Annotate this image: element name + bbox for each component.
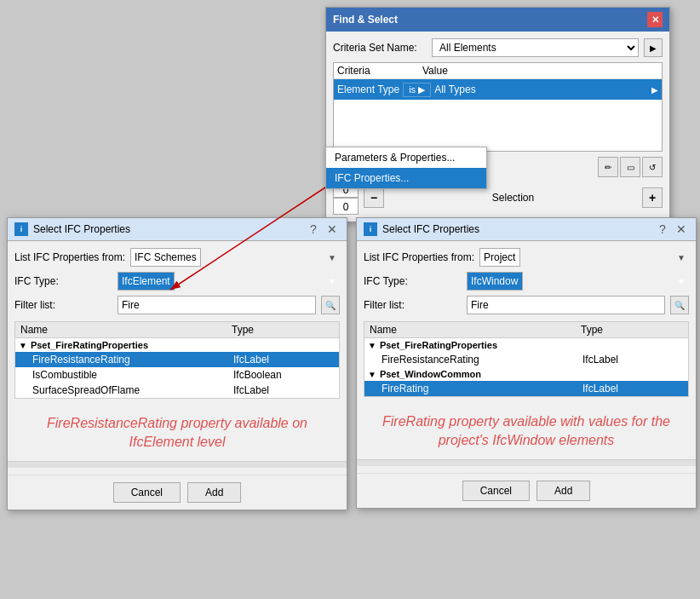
ifc-dialog-right: i Select IFC Properties ? ✕ List IFC Pro… xyxy=(356,217,697,509)
ifc-left-item1-type: IfcLabel xyxy=(233,354,336,366)
ifc-right-type-select[interactable]: IfcWindow xyxy=(467,272,523,291)
ifc-left-list-from-label: List IFC Properties from: xyxy=(14,251,125,263)
criteria-value-arrow: ▶ xyxy=(651,85,658,95)
ifc-right-prop-table: Name Type ▼ Pset_FireRatingProperties Fi… xyxy=(364,321,689,397)
ifc-left-group1-label: Pset_FireRatingProperties xyxy=(31,340,148,350)
ifc-left-body: List IFC Properties from: IFC Schemes ▼ … xyxy=(8,241,347,475)
ifc-left-item2[interactable]: IsCombustible IfcBoolean xyxy=(15,367,339,383)
ifc-left-titlebar: i Select IFC Properties ? ✕ xyxy=(8,218,347,241)
ifc-right-footer: Cancel Add xyxy=(357,473,696,508)
ifc-left-filter-row: Filter list: 🔍 xyxy=(14,296,340,314)
dropdown-item-params[interactable]: Parameters & Properties... xyxy=(326,147,486,168)
criteria-set-label: Criteria Set Name: xyxy=(333,42,427,54)
find-select-titlebar: Find & Select ✕ xyxy=(326,8,669,32)
ifc-left-filter-input[interactable] xyxy=(118,296,316,314)
ifc-left-item1-name: FireResistanceRating xyxy=(32,354,233,366)
criteria-is-btn[interactable]: is ▶ xyxy=(403,83,431,97)
ifc-right-prop-tree: ▼ Pset_FireRatingProperties FireResistan… xyxy=(364,338,688,396)
ifc-left-add-btn[interactable]: Add xyxy=(187,482,241,503)
ifc-left-prop-tree: ▼ Pset_FireRatingProperties FireResistan… xyxy=(15,338,339,398)
add-dropdown-menu: Parameters & Properties... IFC Propertie… xyxy=(325,147,487,189)
ifc-left-list-from-wrapper: IFC Schemes ▼ xyxy=(130,248,340,267)
ifc-left-title: Select IFC Properties xyxy=(33,223,130,235)
ifc-left-icon: i xyxy=(14,222,28,236)
criteria-value-all-types: All Types xyxy=(434,84,648,95)
ifc-left-close-btn[interactable]: ✕ xyxy=(324,222,340,237)
ifc-left-type-wrapper: IfcElement ▼ xyxy=(118,272,340,291)
criteria-table: Criteria Value Element Type is ▶ All Typ… xyxy=(333,62,663,152)
ifc-right-col-name: Name xyxy=(370,324,581,336)
criteria-set-next-btn[interactable]: ▶ xyxy=(644,38,663,57)
minus-btn[interactable]: − xyxy=(364,187,384,208)
ifc-right-list-from-row: List IFC Properties from: Project ▼ xyxy=(364,248,689,267)
criteria-col-header-criteria: Criteria xyxy=(337,65,422,77)
criteria-header: Criteria Value xyxy=(334,63,662,79)
ifc-left-scroll[interactable] xyxy=(8,461,347,468)
ifc-right-item1-name: FireResistanceRating xyxy=(382,354,582,366)
ifc-right-close-btn[interactable]: ✕ xyxy=(674,222,689,237)
criteria-empty-area xyxy=(334,100,662,151)
find-select-close[interactable]: ✕ xyxy=(647,12,663,27)
ifc-left-type-label: IFC Type: xyxy=(14,275,112,287)
toolbar-icons: ✏ ▭ ↺ xyxy=(598,157,663,177)
ifc-right-type-wrapper: IfcWindow ▼ xyxy=(467,272,689,291)
rect-icon-btn[interactable]: ▭ xyxy=(620,157,640,177)
ifc-left-item3[interactable]: SurfaceSpreadOfFlame IfcLabel xyxy=(15,383,339,398)
ifc-left-item2-name: IsCombustible xyxy=(32,369,233,381)
ifc-left-help-btn[interactable]: ? xyxy=(306,222,321,237)
ifc-right-item2[interactable]: FireRating IfcLabel xyxy=(364,381,688,396)
ifc-right-filter-input[interactable] xyxy=(467,296,665,314)
criteria-set-select[interactable]: All Elements xyxy=(432,38,639,57)
ifc-left-group1-icon: ▼ xyxy=(19,341,27,350)
ifc-left-group1: ▼ Pset_FireRatingProperties xyxy=(15,338,339,352)
ifc-left-list-from-row: List IFC Properties from: IFC Schemes ▼ xyxy=(14,248,340,267)
ifc-right-group2-label: Pset_WindowCommon xyxy=(380,369,481,379)
criteria-row-element-type: Element Type is ▶ All Types ▶ xyxy=(334,79,662,100)
ifc-dialog-left: i Select IFC Properties ? ✕ List IFC Pro… xyxy=(7,217,347,510)
ifc-right-group2: ▼ Pset_WindowCommon xyxy=(364,367,688,381)
plus-btn[interactable]: + xyxy=(642,187,663,208)
ifc-right-item1[interactable]: FireResistanceRating IfcLabel xyxy=(364,352,688,367)
ifc-right-type-row: IFC Type: IfcWindow ▼ xyxy=(364,272,689,291)
ifc-left-titlebar-right: ? ✕ xyxy=(306,222,340,237)
num-val-2: 0 xyxy=(333,198,359,215)
edit-icon-btn[interactable]: ✏ xyxy=(598,157,618,177)
ifc-left-type-select[interactable]: IfcElement xyxy=(118,272,175,291)
ifc-left-annotation: FireResistanceRating property available … xyxy=(14,406,340,461)
ifc-left-prop-table: Name Type ▼ Pset_FireRatingProperties Fi… xyxy=(14,321,340,399)
ifc-right-list-from-arrow: ▼ xyxy=(677,253,686,262)
ifc-left-filter-btn[interactable]: 🔍 xyxy=(321,296,340,314)
ifc-right-type-arrow: ▼ xyxy=(677,277,686,286)
dropdown-item-ifc[interactable]: IFC Properties... xyxy=(326,168,486,188)
ifc-right-list-from-select[interactable]: Project xyxy=(479,248,520,267)
ifc-left-prop-header: Name Type xyxy=(15,322,339,338)
ifc-left-titlebar-left: i Select IFC Properties xyxy=(14,222,130,236)
ifc-left-list-from-select[interactable]: IFC Schemes xyxy=(130,248,201,267)
ifc-right-type-label: IFC Type: xyxy=(364,275,462,287)
ifc-right-help-btn[interactable]: ? xyxy=(655,222,670,237)
ifc-left-cancel-btn[interactable]: Cancel xyxy=(113,482,181,503)
criteria-set-row: Criteria Set Name: All Elements ▶ xyxy=(333,38,663,57)
ifc-right-add-btn[interactable]: Add xyxy=(536,481,590,501)
refresh-icon-btn[interactable]: ↺ xyxy=(642,157,663,177)
ifc-right-titlebar-right: ? ✕ xyxy=(655,222,689,237)
ifc-left-col-name: Name xyxy=(20,324,232,336)
ifc-right-col-type: Type xyxy=(581,324,683,336)
ifc-right-item1-type: IfcLabel xyxy=(582,354,685,366)
ifc-right-cancel-btn[interactable]: Cancel xyxy=(462,481,530,501)
ifc-right-group1-label: Pset_FireRatingProperties xyxy=(380,340,497,350)
find-select-title: Find & Select xyxy=(333,14,398,26)
ifc-right-filter-label: Filter list: xyxy=(364,299,462,311)
selection-label: Selection xyxy=(389,192,637,204)
ifc-left-item3-name: SurfaceSpreadOfFlame xyxy=(32,384,233,396)
find-select-body: Criteria Set Name: All Elements ▶ Criter… xyxy=(326,32,669,222)
ifc-right-filter-btn[interactable]: 🔍 xyxy=(670,296,689,314)
ifc-right-group1-icon: ▼ xyxy=(368,341,376,350)
ifc-right-titlebar: i Select IFC Properties ? ✕ xyxy=(357,218,696,241)
ifc-right-group1: ▼ Pset_FireRatingProperties xyxy=(364,338,688,352)
ifc-right-scroll[interactable] xyxy=(357,459,696,466)
element-type-label: Element Type xyxy=(337,84,399,95)
ifc-right-list-from-label: List IFC Properties from: xyxy=(364,251,474,263)
ifc-right-title: Select IFC Properties xyxy=(382,223,479,235)
ifc-left-item1[interactable]: FireResistanceRating IfcLabel xyxy=(15,352,339,367)
